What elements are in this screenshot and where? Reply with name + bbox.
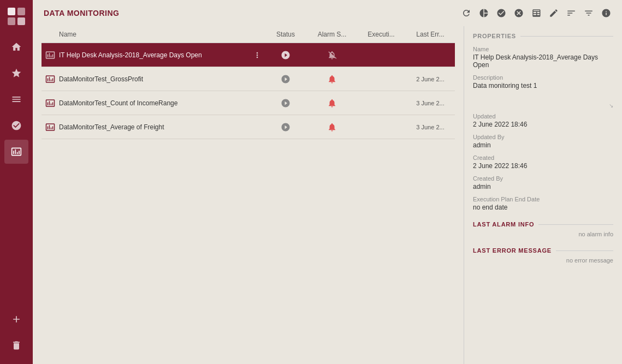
monitor-icon bbox=[45, 74, 55, 84]
name-label: Name bbox=[473, 46, 613, 52]
svg-rect-1 bbox=[17, 8, 25, 15]
row-lasterr: 2 June 2... bbox=[406, 76, 455, 82]
created-by-value: admin bbox=[473, 183, 613, 190]
description-label: Description bbox=[473, 74, 613, 81]
content-area: Name Status Alarm S... Executi... Last E… bbox=[33, 26, 622, 364]
created-value: 2 June 2022 18:46 bbox=[473, 162, 613, 170]
row-lasterr: 3 June 2... bbox=[406, 124, 455, 130]
check-circle-icon bbox=[496, 8, 506, 18]
bell-off-icon bbox=[327, 50, 337, 60]
refresh-button[interactable] bbox=[461, 8, 471, 18]
row-status bbox=[264, 50, 307, 60]
main-area: DATA MONITORING bbox=[33, 0, 622, 364]
home-icon bbox=[11, 41, 22, 52]
play-circle-icon bbox=[281, 98, 291, 108]
monitor-icon bbox=[45, 98, 55, 108]
filter-button[interactable] bbox=[584, 8, 594, 18]
description-textarea[interactable] bbox=[473, 82, 613, 97]
cancel-icon bbox=[514, 8, 524, 18]
row-name: IT Help Desk Analysis-2018_Average Days … bbox=[59, 51, 251, 59]
filter-sort-button[interactable] bbox=[566, 8, 576, 18]
check-circle-button[interactable] bbox=[496, 8, 506, 18]
row-alarm bbox=[307, 50, 357, 60]
col-name-header: Name bbox=[42, 31, 264, 38]
filter-sort-icon bbox=[566, 8, 576, 18]
cancel-button[interactable] bbox=[514, 8, 524, 18]
header: DATA MONITORING bbox=[33, 0, 622, 26]
row-alarm bbox=[307, 122, 357, 132]
info-icon bbox=[601, 8, 611, 18]
star-icon bbox=[11, 68, 22, 79]
sidebar-item-home[interactable] bbox=[4, 35, 28, 59]
updated-value: 2 June 2022 18:46 bbox=[473, 121, 613, 128]
last-alarm-value: no alarm info bbox=[473, 231, 613, 237]
list-icon bbox=[11, 94, 22, 105]
svg-rect-0 bbox=[8, 8, 15, 15]
col-status-header: Status bbox=[264, 31, 307, 38]
edit-button[interactable] bbox=[549, 8, 559, 18]
created-label: Created bbox=[473, 154, 613, 161]
info-button[interactable] bbox=[601, 8, 611, 18]
table-row[interactable]: DataMonitorTest_Count of IncomeRange 3 J… bbox=[42, 91, 455, 115]
execution-plan-label: Execution Plan End Date bbox=[473, 196, 613, 202]
play-circle-icon bbox=[281, 74, 291, 84]
col-alarm-header: Alarm S... bbox=[307, 31, 357, 38]
sidebar-item-monitoring[interactable] bbox=[4, 140, 28, 164]
sidebar-item-trash[interactable] bbox=[4, 333, 28, 357]
table-row[interactable]: DataMonitorTest_GrossProfit 2 June 2... bbox=[42, 67, 455, 91]
row-icon bbox=[42, 98, 59, 108]
updated-by-value: admin bbox=[473, 141, 613, 149]
row-icon bbox=[42, 50, 59, 60]
checkmark-icon bbox=[11, 120, 22, 131]
last-error-title: LAST ERROR MESSAGE bbox=[473, 247, 613, 254]
pie-chart-icon bbox=[479, 8, 489, 18]
table-area: Name Status Alarm S... Executi... Last E… bbox=[33, 26, 464, 364]
refresh-icon bbox=[461, 8, 471, 18]
sidebar-item-favorites[interactable] bbox=[4, 61, 28, 85]
plus-icon bbox=[11, 314, 22, 325]
page-title: DATA MONITORING bbox=[44, 9, 461, 17]
last-alarm-section: LAST ALARM INFO no alarm info bbox=[473, 221, 613, 243]
monitor-icon bbox=[45, 122, 55, 132]
table-body: IT Help Desk Analysis-2018_Average Days … bbox=[42, 43, 455, 364]
properties-section-title: PROPERTIES bbox=[473, 33, 613, 39]
table-row[interactable]: DataMonitorTest_Average of Freight 3 Jun… bbox=[42, 115, 455, 139]
resize-handle: ↘ bbox=[473, 103, 613, 109]
sidebar-item-add[interactable] bbox=[4, 307, 28, 331]
row-status bbox=[264, 74, 307, 84]
last-alarm-title: LAST ALARM INFO bbox=[473, 221, 613, 228]
properties-panel: PROPERTIES Name IT Help Desk Analysis-20… bbox=[464, 26, 622, 364]
table-button[interactable] bbox=[531, 8, 541, 18]
created-by-label: Created By bbox=[473, 175, 613, 182]
sidebar-item-check[interactable] bbox=[4, 114, 28, 138]
row-status bbox=[264, 98, 307, 108]
edit-icon bbox=[549, 8, 559, 18]
svg-rect-2 bbox=[8, 17, 15, 25]
play-circle-icon bbox=[281, 122, 291, 132]
trash-icon bbox=[11, 340, 22, 351]
name-value: IT Help Desk Analysis-2018_Average Days … bbox=[473, 53, 613, 69]
updated-label: Updated bbox=[473, 113, 613, 120]
table-header: Name Status Alarm S... Executi... Last E… bbox=[42, 26, 455, 43]
table-row[interactable]: IT Help Desk Analysis-2018_Average Days … bbox=[42, 43, 455, 67]
play-circle-icon bbox=[281, 50, 291, 60]
svg-rect-3 bbox=[17, 17, 25, 25]
sidebar-item-list[interactable] bbox=[4, 87, 28, 111]
updated-by-label: Updated By bbox=[473, 134, 613, 140]
row-name: DataMonitorTest_GrossProfit bbox=[59, 75, 251, 83]
row-icon bbox=[42, 74, 59, 84]
row-alarm bbox=[307, 74, 357, 84]
bell-icon bbox=[327, 98, 337, 108]
more-vert-icon bbox=[253, 51, 262, 59]
row-alarm bbox=[307, 98, 357, 108]
row-name: DataMonitorTest_Count of IncomeRange bbox=[59, 99, 251, 107]
row-icon bbox=[42, 122, 59, 132]
chart-button[interactable] bbox=[479, 8, 489, 18]
header-actions bbox=[461, 8, 611, 18]
row-lasterr: 3 June 2... bbox=[406, 100, 455, 106]
filter-icon bbox=[584, 8, 594, 18]
bell-icon bbox=[327, 122, 337, 132]
col-lasterr-header: Last Err... bbox=[406, 31, 455, 38]
row-context-menu[interactable] bbox=[251, 51, 264, 59]
row-name: DataMonitorTest_Average of Freight bbox=[59, 123, 251, 131]
